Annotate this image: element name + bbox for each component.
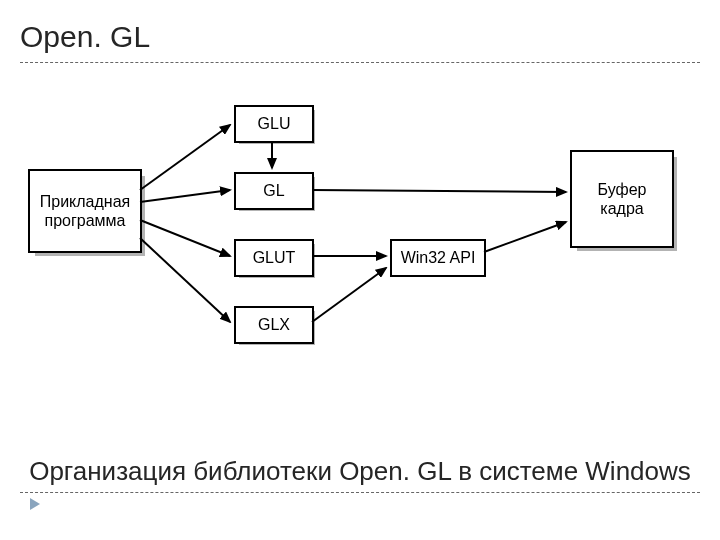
svg-line-8 bbox=[484, 222, 566, 252]
bullet-icon bbox=[30, 498, 40, 510]
title-underline bbox=[20, 62, 700, 63]
svg-line-1 bbox=[140, 190, 230, 202]
page-title: Open. GL bbox=[20, 20, 150, 54]
svg-line-5 bbox=[312, 190, 566, 192]
svg-line-7 bbox=[312, 268, 386, 322]
caption: Организация библиотеки Open. GL в систем… bbox=[0, 456, 720, 487]
svg-line-0 bbox=[140, 125, 230, 190]
diagram: Прикладная программа GLU GL GLUT GLX Win… bbox=[0, 70, 720, 450]
arrows bbox=[0, 70, 720, 450]
caption-underline bbox=[20, 492, 700, 493]
